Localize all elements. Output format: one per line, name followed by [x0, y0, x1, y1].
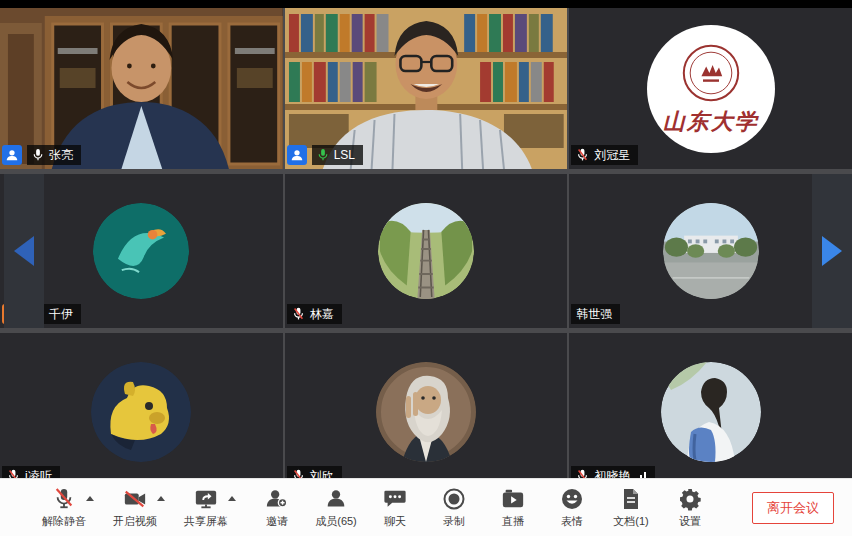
emoji-icon: [560, 487, 584, 511]
share-screen-button[interactable]: 共享屏幕: [184, 487, 228, 529]
participant-name: 刘冠呈: [594, 147, 630, 164]
toolbar-item-label: 共享屏幕: [184, 514, 228, 529]
meeting-toolbar: 解除静音 开启视频 共享屏幕 邀请 成: [0, 478, 852, 536]
mic-options-caret-icon[interactable]: [86, 496, 94, 501]
university-logo: 山东大学: [647, 25, 775, 153]
toolbar-item-label: 表情: [561, 514, 583, 529]
participant-namebar: 张亮: [2, 145, 81, 165]
share-options-caret-icon[interactable]: [228, 496, 236, 501]
toolbar-item-label: 录制: [443, 514, 465, 529]
top-black-bar: [0, 0, 852, 8]
participant-avatar: [378, 203, 474, 299]
participant-namebar: 韩世强: [571, 304, 620, 324]
camera-off-icon: [123, 487, 147, 511]
mic-muted-icon: [53, 487, 75, 511]
participant-badge-icon: [287, 145, 307, 165]
toolbar-item-label: 文档(1): [613, 514, 648, 529]
participant-name: 林嘉: [310, 306, 334, 323]
participant-name: 千伊: [49, 306, 73, 323]
video-tile[interactable]: 初晓艳: [569, 333, 852, 490]
participant-name: 韩世强: [576, 306, 612, 323]
participant-namebar: 刘冠呈: [571, 145, 638, 165]
members-button[interactable]: 成员(65): [314, 487, 358, 529]
settings-gear-icon: [678, 487, 702, 511]
next-page-arrow[interactable]: [812, 174, 852, 328]
participant-name: 张亮: [49, 147, 73, 164]
participant-avatar: [663, 203, 759, 299]
invite-icon: [265, 487, 289, 511]
mic-active-icon: [317, 148, 329, 162]
video-tile[interactable]: 林嘉: [285, 174, 568, 328]
video-options-caret-icon[interactable]: [157, 496, 165, 501]
university-seal-icon: [679, 41, 743, 105]
toolbar-item-label: 开启视频: [113, 514, 157, 529]
previous-page-arrow[interactable]: [4, 174, 44, 328]
docs-icon: [620, 487, 642, 511]
video-tile[interactable]: i凌听: [0, 333, 283, 490]
emoji-button[interactable]: 表情: [550, 487, 594, 529]
share-screen-icon: [194, 487, 218, 511]
participant-badge-icon: [2, 145, 22, 165]
toolbar-item-label: 解除静音: [42, 514, 86, 529]
leave-meeting-button[interactable]: 离开会议: [752, 492, 834, 524]
mic-on-icon: [32, 148, 44, 162]
toolbar-item-label: 邀请: [266, 514, 288, 529]
docs-button[interactable]: 文档(1): [609, 487, 653, 529]
chevron-left-icon: [14, 236, 34, 266]
record-button[interactable]: 录制: [432, 487, 476, 529]
members-icon: [324, 487, 348, 511]
participant-name: LSL: [334, 148, 355, 162]
video-tile[interactable]: 山东大学 刘冠呈: [569, 8, 852, 169]
video-grid: 张亮: [0, 8, 852, 490]
mic-muted-icon: [292, 307, 305, 321]
record-icon: [442, 487, 466, 511]
start-video-button[interactable]: 开启视频: [113, 487, 157, 529]
chat-icon: [383, 487, 407, 511]
unmute-button[interactable]: 解除静音: [42, 487, 86, 529]
toolbar-item-label: 直播: [502, 514, 524, 529]
live-button[interactable]: 直播: [491, 487, 535, 529]
video-tile[interactable]: 刘欣: [285, 333, 568, 490]
video-tile-active-speaker[interactable]: LSL: [285, 8, 568, 169]
toolbar-item-label: 设置: [679, 514, 701, 529]
participant-namebar: 林嘉: [287, 304, 342, 324]
video-tile[interactable]: 张亮: [0, 8, 283, 169]
toolbar-item-label: 聊天: [384, 514, 406, 529]
chat-button[interactable]: 聊天: [373, 487, 417, 529]
participant-namebar: LSL: [287, 145, 363, 165]
settings-button[interactable]: 设置: [668, 487, 712, 529]
participant-avatar: [376, 362, 476, 462]
video-grid-area: 张亮: [0, 0, 852, 490]
video-tile[interactable]: 韩世强: [569, 174, 852, 328]
chevron-right-icon: [822, 236, 842, 266]
participant-avatar: [93, 203, 189, 299]
toolbar-item-label: 成员(65): [315, 514, 357, 529]
participant-avatar: [91, 362, 191, 462]
participant-avatar: [661, 362, 761, 462]
university-logo-text: 山东大学: [663, 107, 759, 137]
invite-button[interactable]: 邀请: [255, 487, 299, 529]
mic-muted-icon: [576, 148, 589, 162]
live-icon: [501, 487, 525, 511]
meeting-window: 张亮: [0, 0, 852, 536]
